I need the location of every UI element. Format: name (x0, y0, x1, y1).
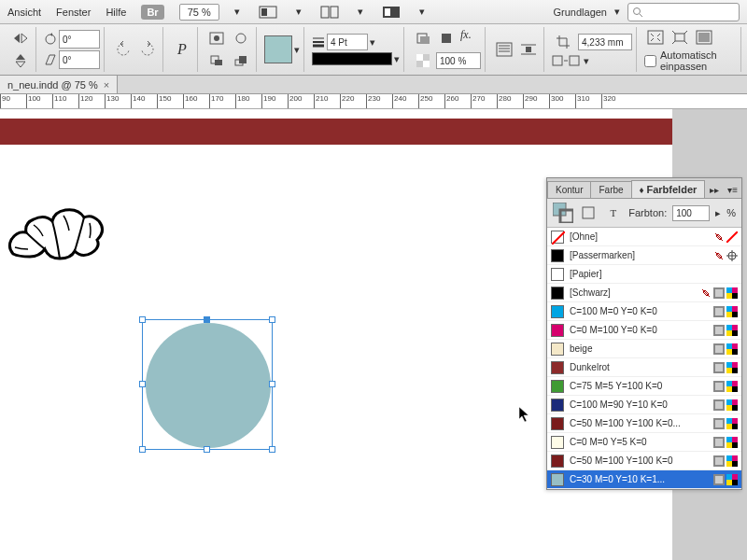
document-tab-label: n_neu.indd @ 75 % (7, 79, 98, 91)
swatch-item[interactable]: [Papier] (547, 265, 741, 284)
select-container-icon[interactable] (205, 28, 228, 49)
swatch-type-icons (713, 343, 738, 355)
screen-mode-icon[interactable] (255, 2, 281, 22)
workspace-switcher[interactable]: Grundlagen (554, 7, 608, 18)
swatch-item[interactable]: Dunkelrot (547, 358, 741, 377)
fit-frame-icon[interactable] (669, 27, 691, 48)
mouse-cursor (518, 406, 531, 423)
swatch-item[interactable]: C=100 M=90 Y=10 K=0 (547, 396, 741, 414)
horizontal-ruler[interactable]: 9010011012013014015016017018019020021022… (0, 94, 747, 109)
text-wrap-none-icon[interactable] (493, 39, 515, 60)
swatch-item[interactable]: [Passermarken] (547, 246, 741, 265)
flip-h-icon[interactable] (9, 28, 32, 49)
swatch-item[interactable]: beige (547, 340, 741, 358)
fill-frame-icon[interactable] (693, 27, 715, 48)
swatch-list[interactable]: [Ohne][Passermarken][Papier][Schwarz]C=1… (547, 228, 741, 489)
swatch-item[interactable]: C=0 M=100 Y=0 K=0 (547, 321, 741, 340)
fx-icon[interactable]: fx. (460, 28, 472, 49)
resize-handle[interactable] (139, 446, 146, 453)
fit-content-icon[interactable] (644, 27, 667, 48)
stroke-style[interactable] (312, 52, 392, 65)
swatch-item[interactable]: C=100 M=0 Y=0 K=0 (547, 302, 741, 321)
ellipse-object[interactable] (146, 323, 271, 448)
zoom-level[interactable]: 75 % (179, 4, 219, 21)
ruler-tick: 150 (157, 94, 183, 109)
resize-handle[interactable] (269, 381, 275, 387)
svg-rect-64 (732, 330, 738, 336)
dropdown-icon[interactable]: ▾ (234, 6, 240, 18)
select-content-icon[interactable] (230, 28, 252, 49)
dropdown-icon[interactable]: ▾ (614, 6, 620, 18)
resize-handle[interactable] (269, 446, 275, 453)
rotate-cw-icon[interactable] (136, 39, 159, 60)
drop-shadow-icon[interactable] (436, 28, 458, 49)
tab-stroke[interactable]: Kontur (547, 181, 591, 198)
stroke-weight-input[interactable]: 4 Pt (327, 34, 368, 50)
search-input[interactable] (627, 3, 740, 21)
text-wrap-bbox-icon[interactable] (517, 39, 540, 60)
croissant-graphic[interactable] (6, 203, 108, 268)
tab-swatches[interactable]: ♦ Farbfelder (631, 180, 706, 198)
resize-handle[interactable] (139, 381, 146, 387)
tab-color[interactable]: Farbe (590, 181, 631, 198)
swatch-item[interactable]: C=75 M=5 Y=100 K=0 (547, 377, 741, 396)
swatch-item[interactable]: [Schwarz] (547, 284, 741, 302)
ruler-tick: 190 (261, 94, 288, 109)
fill-stroke-proxy[interactable] (553, 203, 573, 223)
formatting-text-icon[interactable]: T (604, 203, 624, 223)
tint-input[interactable] (672, 205, 710, 221)
dropdown-icon[interactable]: ▾ (394, 53, 400, 65)
rotation-input[interactable]: 0° (59, 30, 100, 49)
select-next-icon[interactable] (230, 50, 252, 71)
ruler-tick: 240 (392, 94, 418, 109)
menu-view[interactable]: Ansicht (7, 7, 41, 18)
dropdown-icon[interactable]: ▾ (419, 6, 425, 18)
menu-help[interactable]: Hilfe (106, 7, 126, 18)
svg-rect-94 (732, 424, 738, 429)
document-tab[interactable]: n_neu.indd @ 75 % × (0, 76, 118, 93)
red-rectangle[interactable] (0, 119, 672, 145)
view-options-icon[interactable] (378, 2, 404, 22)
fill-swatch[interactable] (264, 35, 292, 63)
swatch-item[interactable]: C=30 M=0 Y=10 K=1... (547, 470, 741, 489)
type-on-path-icon[interactable]: P (171, 39, 193, 60)
svg-rect-3 (331, 7, 338, 18)
bridge-button[interactable]: Br (141, 5, 163, 20)
crop-icon[interactable] (552, 32, 574, 52)
swatch-type-icons (713, 306, 738, 317)
swatch-item[interactable]: [Ohne] (547, 228, 741, 246)
swatch-item[interactable]: C=0 M=0 Y=5 K=0 (547, 433, 741, 452)
dropdown-icon[interactable]: ▾ (370, 36, 375, 49)
autofit-checkbox[interactable]: Automatisch einpassen (644, 49, 737, 72)
dropdown-icon[interactable]: ▾ (358, 6, 363, 18)
dropdown-icon[interactable]: ▾ (294, 44, 300, 56)
resize-handle[interactable] (269, 316, 275, 323)
resize-handle[interactable] (139, 316, 146, 323)
selection-bounding-box[interactable] (142, 319, 273, 450)
flip-v-icon[interactable] (9, 50, 32, 71)
effects-icon[interactable] (412, 28, 434, 49)
swatch-item[interactable]: C=50 M=100 Y=100 K=0... (547, 414, 741, 433)
svg-point-10 (214, 35, 219, 41)
rotate-ccw-icon[interactable] (112, 39, 134, 60)
arrange-icon[interactable] (317, 2, 343, 22)
swatch-item[interactable]: C=50 M=100 Y=100 K=0 (547, 452, 741, 470)
swatch-type-icons (713, 455, 738, 467)
tint-slider-icon[interactable]: ▸ (715, 207, 721, 219)
resize-handle[interactable] (204, 446, 210, 453)
opacity-input[interactable]: 100 % (436, 52, 481, 69)
panel-menu-icon[interactable]: ▾≡ (724, 182, 741, 198)
formatting-container-icon[interactable] (579, 203, 599, 223)
dropdown-icon[interactable]: ▾ (584, 55, 589, 67)
svg-rect-67 (726, 343, 732, 349)
collapse-icon[interactable]: ▸▸ (706, 182, 723, 198)
dropdown-icon[interactable]: ▾ (296, 6, 302, 18)
resize-handle[interactable] (204, 316, 210, 323)
dimension-input[interactable]: 4,233 mm (578, 34, 632, 50)
shear-input[interactable]: 0° (59, 50, 100, 69)
close-tab-icon[interactable]: × (104, 79, 109, 91)
menu-window[interactable]: Fenster (56, 7, 91, 18)
ruler-tick: 230 (366, 94, 392, 109)
svg-rect-75 (726, 368, 732, 373)
select-prev-icon[interactable] (205, 50, 228, 71)
